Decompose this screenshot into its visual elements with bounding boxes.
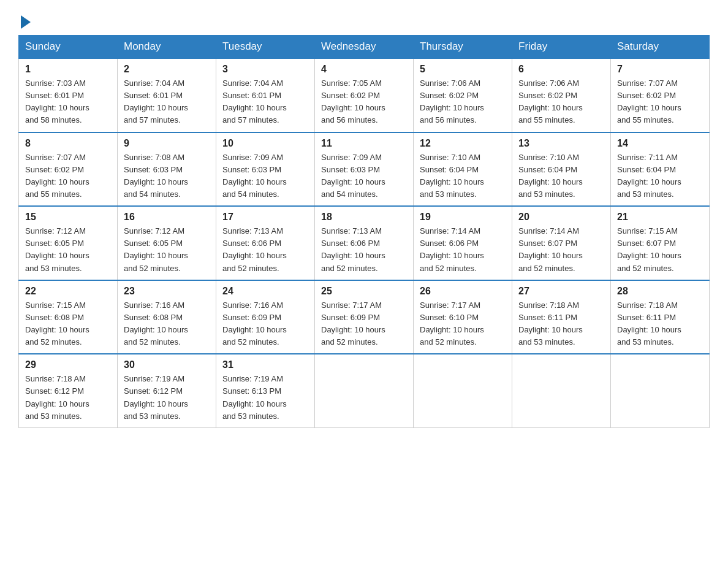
calendar-cell: 23Sunrise: 7:16 AMSunset: 6:08 PMDayligh…	[118, 280, 216, 354]
calendar-cell: 14Sunrise: 7:11 AMSunset: 6:04 PMDayligh…	[611, 132, 710, 207]
day-number: 8	[25, 138, 111, 149]
logo-triangle-icon	[21, 15, 31, 29]
day-number: 12	[420, 138, 506, 149]
col-header-thursday: Thursday	[414, 36, 512, 59]
day-number: 7	[617, 64, 703, 75]
calendar-cell: 27Sunrise: 7:18 AMSunset: 6:11 PMDayligh…	[512, 280, 611, 354]
day-info: Sunrise: 7:15 AMSunset: 6:07 PMDaylight:…	[617, 225, 703, 275]
calendar-cell: 10Sunrise: 7:09 AMSunset: 6:03 PMDayligh…	[216, 132, 315, 207]
calendar-cell: 3Sunrise: 7:04 AMSunset: 6:01 PMDaylight…	[216, 58, 315, 132]
day-info: Sunrise: 7:17 AMSunset: 6:09 PMDaylight:…	[321, 299, 407, 349]
calendar-table: SundayMondayTuesdayWednesdayThursdayFrid…	[18, 35, 710, 428]
day-number: 31	[222, 359, 308, 370]
calendar-cell: 28Sunrise: 7:18 AMSunset: 6:11 PMDayligh…	[611, 280, 710, 354]
day-number: 16	[124, 212, 210, 223]
day-number: 30	[124, 359, 210, 370]
logo	[18, 12, 31, 29]
calendar-cell: 19Sunrise: 7:14 AMSunset: 6:06 PMDayligh…	[414, 206, 512, 280]
calendar-cell: 15Sunrise: 7:12 AMSunset: 6:05 PMDayligh…	[19, 206, 118, 280]
day-number: 14	[617, 138, 703, 149]
calendar-cell: 22Sunrise: 7:15 AMSunset: 6:08 PMDayligh…	[19, 280, 118, 354]
calendar-week-row: 22Sunrise: 7:15 AMSunset: 6:08 PMDayligh…	[19, 280, 710, 354]
day-info: Sunrise: 7:13 AMSunset: 6:06 PMDaylight:…	[321, 225, 407, 275]
calendar-cell: 6Sunrise: 7:06 AMSunset: 6:02 PMDaylight…	[512, 58, 611, 132]
calendar-cell: 17Sunrise: 7:13 AMSunset: 6:06 PMDayligh…	[216, 206, 315, 280]
day-number: 20	[518, 212, 604, 223]
calendar-cell: 1Sunrise: 7:03 AMSunset: 6:01 PMDaylight…	[19, 58, 118, 132]
day-number: 11	[321, 138, 407, 149]
calendar-cell	[414, 354, 512, 427]
col-header-monday: Monday	[118, 36, 216, 59]
col-header-sunday: Sunday	[19, 36, 118, 59]
day-info: Sunrise: 7:18 AMSunset: 6:12 PMDaylight:…	[25, 373, 111, 423]
day-number: 15	[25, 212, 111, 223]
calendar-cell: 31Sunrise: 7:19 AMSunset: 6:13 PMDayligh…	[216, 354, 315, 427]
day-info: Sunrise: 7:04 AMSunset: 6:01 PMDaylight:…	[222, 77, 308, 127]
day-info: Sunrise: 7:11 AMSunset: 6:04 PMDaylight:…	[617, 151, 703, 201]
day-info: Sunrise: 7:14 AMSunset: 6:06 PMDaylight:…	[420, 225, 506, 275]
day-number: 4	[321, 64, 407, 75]
day-number: 26	[420, 286, 506, 297]
day-number: 6	[518, 64, 604, 75]
day-number: 9	[124, 138, 210, 149]
day-number: 25	[321, 286, 407, 297]
day-info: Sunrise: 7:15 AMSunset: 6:08 PMDaylight:…	[25, 299, 111, 349]
day-number: 24	[222, 286, 308, 297]
calendar-week-row: 1Sunrise: 7:03 AMSunset: 6:01 PMDaylight…	[19, 58, 710, 132]
day-number: 3	[222, 64, 308, 75]
day-info: Sunrise: 7:19 AMSunset: 6:12 PMDaylight:…	[124, 373, 210, 423]
day-info: Sunrise: 7:16 AMSunset: 6:08 PMDaylight:…	[124, 299, 210, 349]
day-info: Sunrise: 7:12 AMSunset: 6:05 PMDaylight:…	[25, 225, 111, 275]
day-number: 27	[518, 286, 604, 297]
day-info: Sunrise: 7:18 AMSunset: 6:11 PMDaylight:…	[617, 299, 703, 349]
calendar-cell: 21Sunrise: 7:15 AMSunset: 6:07 PMDayligh…	[611, 206, 710, 280]
calendar-cell	[315, 354, 414, 427]
day-info: Sunrise: 7:10 AMSunset: 6:04 PMDaylight:…	[420, 151, 506, 201]
calendar-cell: 11Sunrise: 7:09 AMSunset: 6:03 PMDayligh…	[315, 132, 414, 207]
day-info: Sunrise: 7:03 AMSunset: 6:01 PMDaylight:…	[25, 77, 111, 127]
day-info: Sunrise: 7:09 AMSunset: 6:03 PMDaylight:…	[222, 151, 308, 201]
calendar-cell: 13Sunrise: 7:10 AMSunset: 6:04 PMDayligh…	[512, 132, 611, 207]
calendar-cell: 8Sunrise: 7:07 AMSunset: 6:02 PMDaylight…	[19, 132, 118, 207]
day-number: 13	[518, 138, 604, 149]
day-info: Sunrise: 7:07 AMSunset: 6:02 PMDaylight:…	[25, 151, 111, 201]
day-info: Sunrise: 7:09 AMSunset: 6:03 PMDaylight:…	[321, 151, 407, 201]
day-info: Sunrise: 7:16 AMSunset: 6:09 PMDaylight:…	[222, 299, 308, 349]
day-number: 22	[25, 286, 111, 297]
col-header-tuesday: Tuesday	[216, 36, 315, 59]
calendar-cell: 30Sunrise: 7:19 AMSunset: 6:12 PMDayligh…	[118, 354, 216, 427]
calendar-cell: 25Sunrise: 7:17 AMSunset: 6:09 PMDayligh…	[315, 280, 414, 354]
calendar-cell: 12Sunrise: 7:10 AMSunset: 6:04 PMDayligh…	[414, 132, 512, 207]
day-info: Sunrise: 7:12 AMSunset: 6:05 PMDaylight:…	[124, 225, 210, 275]
day-info: Sunrise: 7:18 AMSunset: 6:11 PMDaylight:…	[518, 299, 604, 349]
calendar-week-row: 29Sunrise: 7:18 AMSunset: 6:12 PMDayligh…	[19, 354, 710, 427]
col-header-saturday: Saturday	[611, 36, 710, 59]
day-number: 23	[124, 286, 210, 297]
day-info: Sunrise: 7:14 AMSunset: 6:07 PMDaylight:…	[518, 225, 604, 275]
day-number: 19	[420, 212, 506, 223]
col-header-friday: Friday	[512, 36, 611, 59]
calendar-cell: 7Sunrise: 7:07 AMSunset: 6:02 PMDaylight…	[611, 58, 710, 132]
day-info: Sunrise: 7:06 AMSunset: 6:02 PMDaylight:…	[420, 77, 506, 127]
day-info: Sunrise: 7:07 AMSunset: 6:02 PMDaylight:…	[617, 77, 703, 127]
day-info: Sunrise: 7:06 AMSunset: 6:02 PMDaylight:…	[518, 77, 604, 127]
calendar-cell: 5Sunrise: 7:06 AMSunset: 6:02 PMDaylight…	[414, 58, 512, 132]
day-number: 2	[124, 64, 210, 75]
calendar-cell: 29Sunrise: 7:18 AMSunset: 6:12 PMDayligh…	[19, 354, 118, 427]
day-info: Sunrise: 7:10 AMSunset: 6:04 PMDaylight:…	[518, 151, 604, 201]
calendar-week-row: 15Sunrise: 7:12 AMSunset: 6:05 PMDayligh…	[19, 206, 710, 280]
calendar-cell: 24Sunrise: 7:16 AMSunset: 6:09 PMDayligh…	[216, 280, 315, 354]
calendar-cell: 4Sunrise: 7:05 AMSunset: 6:02 PMDaylight…	[315, 58, 414, 132]
day-info: Sunrise: 7:19 AMSunset: 6:13 PMDaylight:…	[222, 373, 308, 423]
day-info: Sunrise: 7:13 AMSunset: 6:06 PMDaylight:…	[222, 225, 308, 275]
day-number: 28	[617, 286, 703, 297]
day-number: 29	[25, 359, 111, 370]
col-header-wednesday: Wednesday	[315, 36, 414, 59]
day-number: 18	[321, 212, 407, 223]
page-header	[18, 12, 710, 29]
calendar-cell: 16Sunrise: 7:12 AMSunset: 6:05 PMDayligh…	[118, 206, 216, 280]
calendar-week-row: 8Sunrise: 7:07 AMSunset: 6:02 PMDaylight…	[19, 132, 710, 207]
calendar-cell: 18Sunrise: 7:13 AMSunset: 6:06 PMDayligh…	[315, 206, 414, 280]
day-number: 21	[617, 212, 703, 223]
day-info: Sunrise: 7:08 AMSunset: 6:03 PMDaylight:…	[124, 151, 210, 201]
